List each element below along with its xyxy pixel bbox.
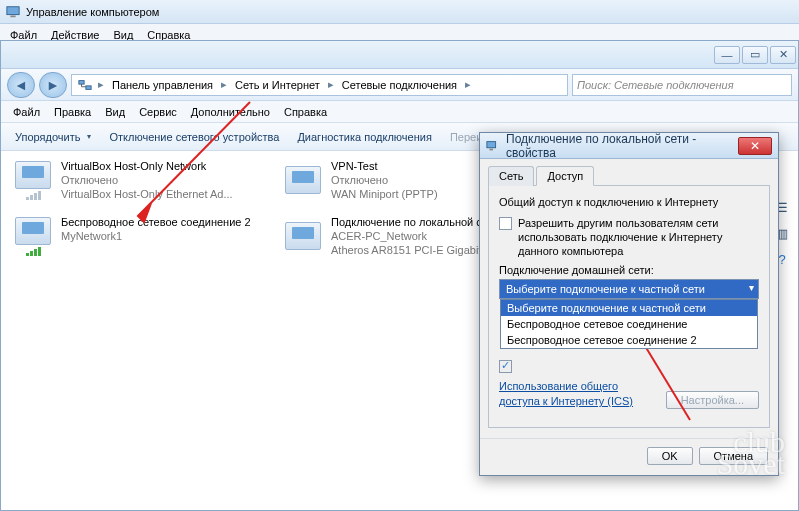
- dropdown-option[interactable]: Выберите подключение к частной сети: [501, 300, 757, 316]
- home-connection-dropdown[interactable]: Выберите подключение к частной сети Бесп…: [500, 299, 758, 349]
- home-connection-label: Подключение домашней сети:: [499, 264, 759, 276]
- organize-button[interactable]: Упорядочить: [7, 127, 99, 147]
- home-connection-select[interactable]: Выберите подключение к частной сети Выбе…: [499, 279, 759, 299]
- svg-rect-5: [490, 148, 494, 150]
- properties-dialog: Подключение по локальной сети - свойства…: [479, 132, 779, 476]
- chevron-right-icon[interactable]: ▸: [219, 78, 229, 91]
- menu-file[interactable]: Файл: [7, 104, 46, 120]
- menu-advanced[interactable]: Дополнительно: [185, 104, 276, 120]
- dialog-footer: OK Отмена: [480, 438, 778, 475]
- connection-device: VirtualBox Host-Only Ethernet Ad...: [61, 187, 233, 201]
- allow-control-checkbox-row[interactable]: ✓: [499, 359, 759, 373]
- connection-status: Отключено: [61, 173, 233, 187]
- sharing-heading: Общий доступ к подключению к Интернету: [499, 196, 759, 208]
- network-adapter-icon: [11, 159, 55, 201]
- menu-edit[interactable]: Правка: [48, 104, 97, 120]
- computer-management-icon: [6, 5, 20, 19]
- menu-view[interactable]: Вид: [99, 104, 131, 120]
- connection-item[interactable]: Беспроводное сетевое соединение 2 MyNetw…: [11, 215, 251, 257]
- sharing-panel: Общий доступ к подключению к Интернету Р…: [488, 186, 770, 428]
- maximize-button[interactable]: ▭: [742, 46, 768, 64]
- select-value: Выберите подключение к частной сети: [506, 283, 705, 295]
- menu-tools[interactable]: Сервис: [133, 104, 183, 120]
- crumb-network-internet[interactable]: Сеть и Интернет: [229, 75, 326, 95]
- network-icon: [78, 78, 92, 92]
- network-adapter-icon: [486, 139, 500, 153]
- dialog-close-button[interactable]: ✕: [738, 137, 772, 155]
- navigation-bar: ◄ ► ▸ Панель управления ▸ Сеть и Интерне…: [1, 69, 798, 101]
- forward-button[interactable]: ►: [39, 72, 67, 98]
- dialog-title-text: Подключение по локальной сети - свойства: [506, 132, 726, 160]
- disable-device-button[interactable]: Отключение сетевого устройства: [101, 127, 287, 147]
- tab-network[interactable]: Сеть: [488, 166, 534, 186]
- allow-sharing-checkbox-row[interactable]: Разрешить другим пользователям сети испо…: [499, 216, 759, 258]
- svg-rect-4: [487, 141, 496, 147]
- connection-device: MyNetwork1: [61, 229, 251, 243]
- search-input[interactable]: Поиск: Сетевые подключения: [572, 74, 792, 96]
- chevron-right-icon[interactable]: ▸: [463, 78, 473, 91]
- crumb-control-panel[interactable]: Панель управления: [106, 75, 219, 95]
- dropdown-option[interactable]: Беспроводное сетевое соединение: [501, 316, 757, 332]
- diagnose-button[interactable]: Диагностика подключения: [289, 127, 439, 147]
- ethernet-adapter-icon: [281, 215, 325, 257]
- settings-button[interactable]: Настройка...: [666, 391, 759, 409]
- minimize-button[interactable]: —: [714, 46, 740, 64]
- checkbox-icon[interactable]: ✓: [499, 360, 512, 373]
- mmc-titlebar[interactable]: Управление компьютером: [0, 0, 799, 24]
- explorer-titlebar[interactable]: — ▭ ✕: [1, 41, 798, 69]
- ics-help-link[interactable]: Использование общего доступа к Интернету…: [499, 379, 646, 409]
- svg-rect-3: [86, 85, 91, 89]
- search-placeholder: Поиск: Сетевые подключения: [577, 79, 734, 91]
- dropdown-option[interactable]: Беспроводное сетевое соединение 2: [501, 332, 757, 348]
- connection-status: Отключено: [331, 173, 438, 187]
- connection-name: VPN-Test: [331, 159, 438, 173]
- vpn-adapter-icon: [281, 159, 325, 201]
- tab-sharing[interactable]: Доступ: [536, 166, 594, 186]
- chevron-right-icon[interactable]: ▸: [326, 78, 336, 91]
- explorer-menubar[interactable]: Файл Правка Вид Сервис Дополнительно Спр…: [1, 101, 798, 123]
- dialog-titlebar[interactable]: Подключение по локальной сети - свойства…: [480, 133, 778, 159]
- ok-button[interactable]: OK: [647, 447, 693, 465]
- connection-device: WAN Miniport (PPTP): [331, 187, 438, 201]
- allow-sharing-label: Разрешить другим пользователям сети испо…: [518, 216, 759, 258]
- svg-rect-0: [7, 6, 19, 14]
- menu-help[interactable]: Справка: [278, 104, 333, 120]
- crumb-network-connections[interactable]: Сетевые подключения: [336, 75, 463, 95]
- svg-rect-2: [79, 80, 84, 84]
- connection-item[interactable]: VirtualBox Host-Only Network Отключено V…: [11, 159, 251, 201]
- back-button[interactable]: ◄: [7, 72, 35, 98]
- breadcrumb[interactable]: ▸ Панель управления ▸ Сеть и Интернет ▸ …: [71, 74, 568, 96]
- cancel-button[interactable]: Отмена: [699, 447, 768, 465]
- chevron-right-icon[interactable]: ▸: [96, 78, 106, 91]
- wifi-adapter-icon: [11, 215, 55, 257]
- close-button[interactable]: ✕: [770, 46, 796, 64]
- checkbox-icon[interactable]: [499, 217, 512, 230]
- mmc-title-text: Управление компьютером: [26, 6, 159, 18]
- connection-name: VirtualBox Host-Only Network: [61, 159, 233, 173]
- dialog-body: Сеть Доступ Общий доступ к подключению к…: [480, 159, 778, 438]
- dialog-tabs: Сеть Доступ: [488, 165, 770, 186]
- svg-rect-1: [10, 15, 15, 17]
- connection-name: Беспроводное сетевое соединение 2: [61, 215, 251, 229]
